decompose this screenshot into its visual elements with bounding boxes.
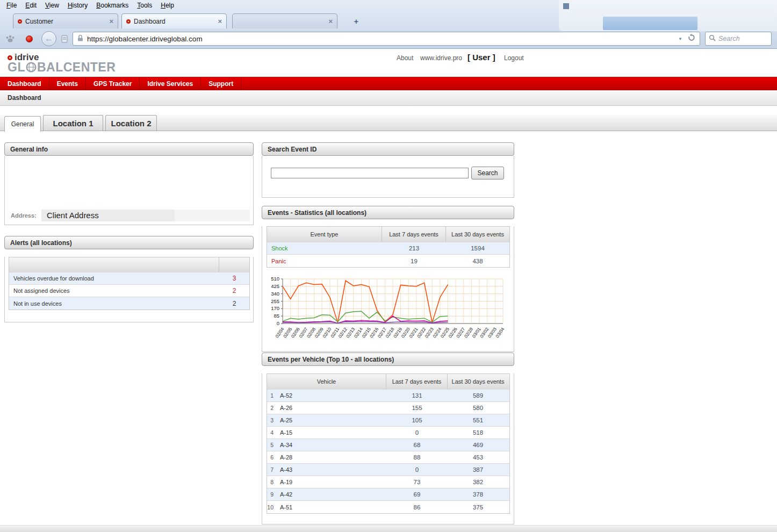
nav-events[interactable]: Events — [49, 77, 86, 90]
events-statistics-body: Event type Last 7 days events Last 30 da… — [262, 226, 514, 352]
table-row: 10 A-51 86 375 — [267, 501, 509, 513]
back-button[interactable]: ← — [41, 31, 56, 46]
browser-tab-untitled[interactable]: × — [232, 13, 337, 28]
about-link[interactable]: About — [397, 54, 413, 62]
last7-value: 0 — [386, 427, 448, 438]
paw-extension-icon[interactable] — [5, 34, 15, 43]
site-favicon-icon — [126, 19, 131, 24]
row-rank: 3 — [267, 414, 276, 426]
tab-general[interactable]: General — [4, 116, 41, 132]
menu-view[interactable]: View — [41, 1, 63, 10]
menu-help[interactable]: Help — [156, 1, 178, 10]
breadcrumb-bar: Dashboard — [0, 90, 777, 106]
url-text[interactable]: https://globalcenter.idriveglobal.com — [87, 35, 203, 43]
tab-close-icon[interactable]: × — [218, 18, 222, 25]
vehicle-name: A-51 — [276, 501, 386, 513]
table-row: 6 A-28 88 453 — [267, 451, 509, 464]
browser-search-input[interactable] — [718, 35, 767, 42]
menu-file[interactable]: File — [2, 1, 21, 10]
events-line-chart: 08517025534042551002/0402/0502/0602/0702… — [265, 276, 507, 344]
logo-text-balcenter: BALCENTER — [37, 61, 116, 73]
tab-bar: Customer × Dashboard × × + — [0, 11, 777, 28]
search-button[interactable]: Search — [471, 167, 504, 179]
tab-title: Dashboard — [134, 18, 214, 25]
browser-tab-dashboard[interactable]: Dashboard × — [121, 13, 227, 28]
reload-icon[interactable] — [688, 34, 695, 44]
row-rank: 1 — [267, 390, 276, 401]
new-tab-button[interactable]: + — [349, 17, 363, 27]
tab-close-icon[interactable]: × — [328, 18, 333, 25]
back-arrow-icon: ← — [45, 34, 53, 44]
events-per-vehicle-body: Vehicle Last 7 days events Last 30 days … — [262, 373, 514, 524]
event-type: Panic — [267, 255, 382, 267]
record-extension-icon[interactable] — [26, 35, 33, 42]
last30-value: 469 — [448, 439, 508, 451]
tab-close-icon[interactable]: × — [109, 18, 113, 25]
last7-value: 105 — [386, 414, 448, 426]
vehicle-name: A-42 — [276, 488, 386, 500]
tab-location-1[interactable]: Location 1 — [43, 115, 103, 131]
last7-value: 73 — [386, 476, 448, 488]
stats-row-panic: Panic 19 438 — [267, 255, 509, 267]
events-chart-container: 08517025534042551002/0402/0502/0602/0702… — [265, 276, 514, 346]
site-favicon-icon — [18, 19, 22, 24]
svg-text:255: 255 — [271, 298, 279, 304]
address-row: Address: Client Address — [8, 210, 250, 221]
nav-gps-tracker[interactable]: GPS Tracker — [86, 77, 140, 90]
logo-globalcenter: GL BALCENTER — [8, 61, 116, 73]
nav-support[interactable]: Support — [201, 77, 241, 90]
last7-value: 131 — [386, 390, 448, 401]
last30-value: 375 — [448, 501, 508, 513]
table-row: 7 A-43 0 387 — [267, 464, 509, 476]
last30-value: 589 — [448, 390, 508, 401]
alert-row-not-in-use[interactable]: Not in use devices 2 — [9, 297, 249, 310]
table-row: 3 A-25 105 551 — [267, 414, 509, 427]
vehicle-name: A-34 — [276, 439, 386, 451]
tab-location-2[interactable]: Location 2 — [105, 115, 157, 131]
svg-text:03/04: 03/04 — [494, 326, 506, 339]
last30-value: 453 — [448, 451, 508, 463]
vehicle-name: A-52 — [276, 390, 386, 401]
menu-edit[interactable]: Edit — [21, 1, 41, 10]
svg-text:425: 425 — [271, 283, 279, 289]
alert-row-overdue[interactable]: Vehicles overdue for download 3 — [9, 272, 249, 285]
url-dropdown-icon[interactable]: ▼ — [678, 37, 682, 41]
page-identity-icon[interactable] — [61, 35, 68, 43]
svg-text:170: 170 — [271, 305, 279, 311]
idrive-ring-icon — [8, 55, 12, 60]
row-rank: 5 — [267, 439, 276, 451]
alert-label: Not in use devices — [9, 297, 219, 310]
events-per-vehicle-table: Vehicle Last 7 days events Last 30 days … — [267, 373, 510, 514]
address-bar[interactable]: https://globalcenter.idriveglobal.com ▼ — [73, 32, 700, 46]
col-last-7-days: Last 7 days events — [386, 374, 448, 389]
last7-value: 19 — [382, 255, 446, 267]
idrive-pro-link[interactable]: www.idrive.pro — [420, 54, 462, 62]
menu-tools[interactable]: Tools — [133, 1, 156, 10]
events-per-vehicle-header: Events per Vehicle (Top 10 - all locatio… — [262, 353, 514, 366]
last7-value: 69 — [386, 488, 448, 500]
menu-bar: File Edit View History Bookmarks Tools H… — [0, 0, 178, 11]
row-rank: 10 — [267, 501, 276, 513]
alert-row-not-assigned[interactable]: Not assigned devices 2 — [9, 285, 249, 297]
vehicle-name: A-28 — [276, 451, 386, 463]
event-id-input[interactable] — [271, 168, 469, 178]
menu-bookmarks[interactable]: Bookmarks — [92, 1, 133, 10]
nav-dashboard[interactable]: Dashboard — [0, 77, 49, 90]
table-row: 9 A-42 69 378 — [267, 488, 509, 501]
vehicle-name: A-43 — [276, 464, 386, 476]
last30-value: 518 — [448, 427, 508, 438]
events-statistics-table: Event type Last 7 days events Last 30 da… — [267, 226, 510, 268]
alert-count: 2 — [219, 297, 249, 310]
browser-tab-customer[interactable]: Customer × — [13, 13, 118, 28]
browser-search-box[interactable] — [705, 32, 772, 46]
nav-idrive-services[interactable]: Idrive Services — [140, 77, 201, 90]
row-rank: 4 — [267, 427, 276, 438]
last30-value: 387 — [448, 464, 508, 476]
breadcrumb: Dashboard — [8, 94, 41, 102]
last30-value: 438 — [446, 255, 509, 267]
logout-link[interactable]: Logout — [504, 54, 524, 62]
event-type: Shock — [267, 242, 382, 254]
col-last-7-days: Last 7 days events — [382, 227, 446, 242]
last7-value: 68 — [386, 439, 448, 451]
menu-history[interactable]: History — [63, 1, 92, 10]
